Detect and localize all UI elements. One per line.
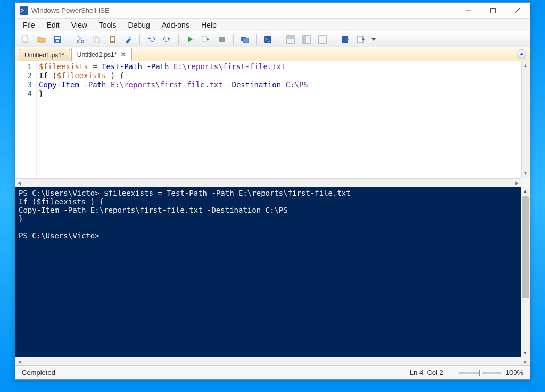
toolbar-separator	[233, 34, 234, 45]
menu-addons[interactable]: Add-ons	[156, 20, 195, 30]
stop-icon[interactable]	[215, 33, 229, 46]
show-command-icon[interactable]	[354, 33, 368, 46]
titlebar[interactable]: >_ Windows PowerShell ISE	[15, 3, 530, 19]
collapse-script-pane-icon[interactable]	[517, 49, 526, 59]
show-script-icon[interactable]	[338, 33, 352, 46]
zoom-slider-thumb[interactable]	[479, 370, 482, 376]
statusbar: Completed Ln 4 Col 2 100%	[15, 365, 530, 379]
menu-debug[interactable]: Debug	[122, 20, 155, 30]
editor-horizontal-scrollbar[interactable]: ◀ ▶	[15, 178, 521, 187]
scroll-down-icon[interactable]: ▼	[521, 348, 530, 357]
code-token: (	[48, 71, 57, 80]
app-icon: >_	[20, 6, 28, 15]
line-number: 1	[15, 62, 32, 71]
svg-rect-14	[95, 38, 99, 43]
code-token: }	[39, 89, 43, 98]
run-selection-icon[interactable]	[199, 33, 213, 46]
svg-marker-37	[519, 53, 524, 55]
minimize-button[interactable]	[456, 3, 481, 19]
svg-rect-17	[111, 36, 114, 37]
toolbar-overflow-icon[interactable]	[370, 33, 377, 46]
toolbar-separator	[69, 34, 69, 45]
line-number: 4	[15, 89, 32, 98]
toolbar: >_	[15, 31, 530, 47]
redo-icon[interactable]	[160, 33, 174, 46]
menu-edit[interactable]: Edit	[42, 20, 65, 30]
zoom-slider[interactable]	[459, 372, 501, 374]
clear-icon[interactable]	[121, 33, 135, 46]
run-script-icon[interactable]	[183, 33, 197, 46]
paste-icon[interactable]	[105, 33, 119, 46]
svg-text:>_: >_	[265, 37, 270, 42]
open-file-icon[interactable]	[35, 33, 48, 46]
console-horizontal-scrollbar[interactable]: ◀ ▶	[15, 357, 530, 365]
code-token: E:\reports\first-file.txt	[111, 80, 223, 89]
menu-view[interactable]: View	[66, 20, 93, 30]
menu-file[interactable]: File	[18, 20, 40, 30]
svg-rect-16	[111, 37, 114, 41]
console-pane[interactable]: PS C:\Users\Victo> $fileexists = Test-Pa…	[15, 187, 530, 357]
menu-tools[interactable]: Tools	[94, 20, 122, 30]
svg-rect-1	[491, 8, 496, 13]
svg-line-11	[79, 36, 82, 40]
svg-marker-35	[362, 38, 365, 41]
scroll-right-icon[interactable]: ▶	[515, 180, 519, 186]
code-token	[281, 80, 285, 89]
code-token: -Path	[84, 80, 106, 89]
tab-label: Untitled2.ps1*	[77, 51, 117, 59]
console-output: PS C:\Users\Victo> $fileexists = Test-Pa…	[19, 189, 351, 240]
save-file-icon[interactable]	[51, 33, 64, 46]
console-vertical-scrollbar[interactable]: ▲▼	[521, 187, 530, 357]
scroll-left-icon[interactable]: ◀	[18, 180, 21, 186]
layout-top-icon[interactable]	[284, 33, 298, 46]
menu-help[interactable]: Help	[196, 20, 222, 30]
scroll-down-icon[interactable]: ▼	[522, 169, 530, 178]
window-controls	[456, 3, 530, 19]
svg-point-10	[81, 40, 84, 43]
scroll-up-icon[interactable]: ▲	[521, 187, 530, 195]
layout-full-icon[interactable]	[316, 33, 329, 46]
scroll-thumb[interactable]	[522, 196, 529, 298]
close-button[interactable]	[505, 3, 530, 19]
app-window: >_ Windows PowerShell ISE File Edit View…	[15, 2, 530, 380]
editor-vertical-scrollbar[interactable]: ▲ ▼	[521, 61, 530, 178]
line-number: 2	[15, 71, 32, 80]
scroll-left-icon[interactable]: ◀	[18, 359, 21, 364]
tab-untitled2[interactable]: Untitled2.ps1* ✕	[71, 48, 133, 61]
code-token: =	[88, 62, 102, 71]
remote-icon[interactable]	[238, 33, 252, 46]
scroll-up-icon[interactable]: ▲	[522, 61, 530, 70]
scroll-right-icon[interactable]: ▶	[524, 359, 527, 364]
code-token: -Destination	[227, 80, 281, 89]
tab-untitled1[interactable]: Untitled1.ps1*	[19, 49, 70, 61]
code-token: If	[39, 71, 48, 80]
script-editor[interactable]: 1 2 3 4 $fileexists = Test-Path -Path E:…	[15, 61, 530, 178]
svg-marker-21	[207, 38, 210, 41]
layout-side-icon[interactable]	[300, 33, 313, 46]
code-token: $fileexists	[57, 71, 106, 80]
code-area[interactable]: $fileexists = Test-Path -Path E:\reports…	[37, 61, 521, 178]
powershell-icon[interactable]: >_	[261, 33, 275, 46]
line-number: 3	[15, 80, 32, 89]
toolbar-separator	[256, 34, 257, 45]
tab-close-icon[interactable]: ✕	[120, 52, 126, 58]
code-token: Copy-Item	[39, 80, 79, 89]
svg-point-9	[77, 40, 79, 43]
toolbar-separator	[279, 34, 279, 45]
toolbar-separator	[178, 34, 179, 45]
new-file-icon[interactable]	[19, 33, 32, 46]
code-token	[223, 80, 227, 89]
status-col: Col 2	[427, 369, 443, 377]
menubar: File Edit View Tools Debug Add-ons Help	[15, 19, 530, 31]
code-token: ) {	[106, 71, 124, 80]
tab-label: Untitled1.ps1*	[24, 52, 64, 59]
status-separator	[404, 369, 404, 377]
code-token: C:\PS	[286, 80, 308, 89]
cut-icon[interactable]	[73, 33, 87, 46]
maximize-button[interactable]	[481, 3, 505, 19]
copy-icon[interactable]	[89, 33, 103, 46]
undo-icon[interactable]	[144, 33, 158, 46]
svg-line-12	[78, 36, 82, 40]
svg-rect-28	[287, 36, 294, 39]
status-text: Completed	[22, 369, 55, 377]
